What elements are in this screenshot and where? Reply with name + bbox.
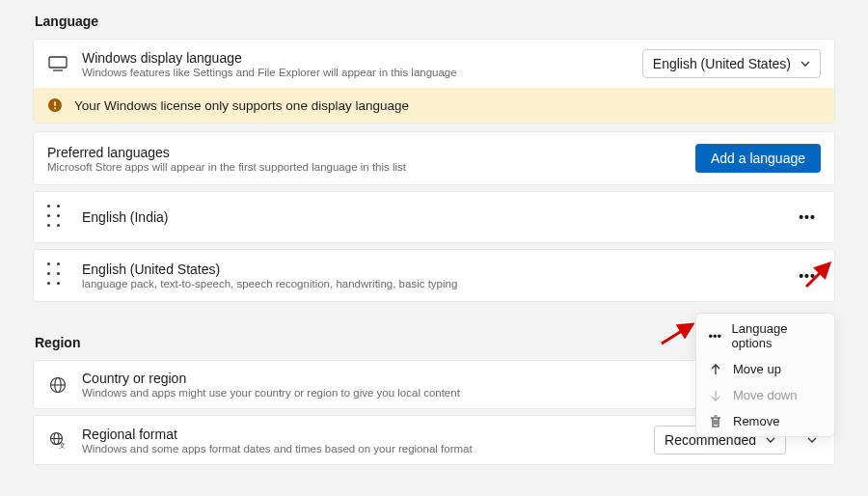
menu-remove[interactable]: Remove	[698, 408, 832, 434]
menu-label: Move down	[733, 388, 797, 402]
menu-move-up[interactable]: Move up	[698, 356, 832, 382]
license-banner: Your Windows license only supports one d…	[34, 88, 834, 123]
dots-icon: •••	[708, 329, 722, 344]
menu-language-options[interactable]: ••• Language options	[698, 316, 832, 356]
language-name: English (United States)	[82, 262, 776, 277]
regional-format-sub: Windows and some apps format dates and t…	[82, 443, 640, 455]
dots-icon: •••	[799, 268, 816, 284]
display-language-dropdown[interactable]: English (United States)	[642, 49, 821, 78]
drag-handle-icon[interactable]	[47, 205, 65, 231]
menu-label: Move up	[733, 362, 781, 376]
display-language-sub: Windows features like Settings and File …	[82, 67, 629, 78]
language-header: Language	[35, 14, 835, 29]
language-context-menu: ••• Language options Move up Move down R…	[695, 313, 835, 437]
globe-icon	[47, 376, 68, 394]
language-item[interactable]: English (United States) language pack, t…	[33, 249, 835, 302]
preferred-languages-sub: Microsoft Store apps will appear in the …	[47, 161, 682, 173]
menu-label: Language options	[732, 321, 823, 350]
menu-move-down: Move down	[698, 382, 832, 408]
preferred-languages-card: Preferred languages Microsoft Store apps…	[33, 131, 835, 185]
add-language-button[interactable]: Add a language	[695, 144, 821, 173]
svg-rect-3	[54, 101, 56, 106]
display-language-value: English (United States)	[653, 56, 791, 71]
svg-text:文: 文	[59, 442, 66, 449]
globe-translate-icon: 文	[47, 431, 68, 449]
display-language-card: Windows display language Windows feature…	[33, 39, 835, 124]
dots-icon: •••	[799, 209, 816, 225]
svg-rect-0	[49, 57, 67, 68]
preferred-languages-title: Preferred languages	[47, 145, 682, 160]
warning-icon	[47, 97, 63, 113]
display-language-title: Windows display language	[82, 50, 629, 66]
more-button[interactable]: •••	[794, 204, 821, 231]
svg-point-4	[54, 107, 56, 109]
drag-handle-icon[interactable]	[47, 262, 65, 289]
language-list: English (India) ••• English (United Stat…	[33, 191, 835, 302]
menu-label: Remove	[733, 414, 779, 428]
more-button[interactable]: •••	[794, 262, 821, 289]
language-item[interactable]: English (India) •••	[33, 191, 835, 243]
chevron-down-icon	[800, 59, 810, 69]
language-features: language pack, text-to-speech, speech re…	[82, 278, 776, 289]
language-name: English (India)	[82, 209, 776, 225]
arrow-down-icon	[708, 390, 723, 401]
monitor-icon	[47, 56, 68, 71]
trash-icon	[708, 415, 723, 427]
regional-format-title: Regional format	[82, 427, 640, 442]
arrow-up-icon	[708, 364, 723, 375]
license-banner-text: Your Windows license only supports one d…	[74, 98, 409, 113]
